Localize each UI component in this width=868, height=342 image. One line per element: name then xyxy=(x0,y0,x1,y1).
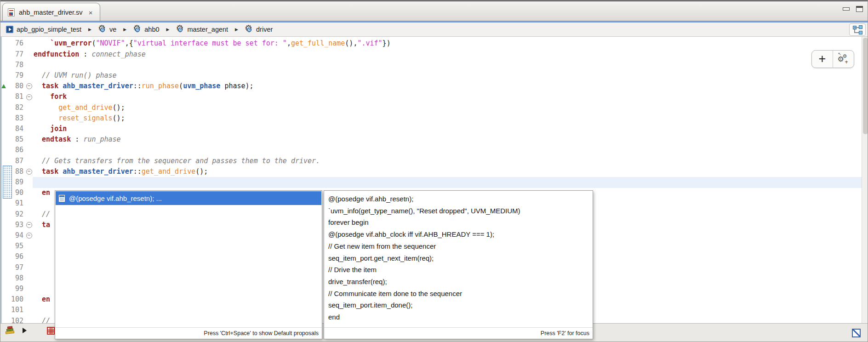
view-controls xyxy=(843,6,863,12)
proposal-preview-code: @(posedge vif.ahb_resetn);`uvm_info(get_… xyxy=(324,191,593,327)
line-number[interactable]: 90 xyxy=(0,188,23,198)
line-number[interactable]: 76 xyxy=(0,38,23,49)
arrow-right-icon[interactable] xyxy=(23,328,27,333)
fold-collapse-icon[interactable]: − xyxy=(26,83,32,89)
line-number[interactable]: 97 xyxy=(0,262,23,273)
scrollbar-thumb[interactable] xyxy=(863,38,868,134)
vertical-scrollbar[interactable] xyxy=(862,37,868,323)
code-line-83[interactable]: 83 reset_signals(); xyxy=(0,113,862,124)
code-line-89[interactable]: 89 xyxy=(0,177,862,188)
plus-icon: + xyxy=(819,53,826,65)
code-line-86[interactable]: 86 xyxy=(0,145,862,156)
code-text[interactable]: task ahb_master_driver::get_and_drive(); xyxy=(33,166,862,177)
line-number[interactable]: 79 xyxy=(0,70,23,81)
fold-collapse-icon[interactable]: − xyxy=(26,169,32,175)
breadcrumb-item-master_agent[interactable]: ⚙Cmaster_agent xyxy=(176,26,228,34)
breadcrumb-separator-icon: ▶ xyxy=(88,27,91,32)
preview-code-line: seq_item_port.item_done(); xyxy=(328,299,589,311)
code-line-84[interactable]: 84 join xyxy=(0,124,862,135)
show-hierarchy-icon[interactable] xyxy=(849,23,866,36)
code-line-76[interactable]: 76 `uvm_error("NOVIF",{"virtual interfac… xyxy=(0,38,862,49)
line-number[interactable]: 87 xyxy=(0,156,23,166)
code-text[interactable]: reset_signals(); xyxy=(33,113,862,124)
test-module-icon xyxy=(6,26,13,33)
tab-close-icon[interactable]: × xyxy=(89,9,93,17)
breadcrumb-item-ahb0[interactable]: ⚙Cahb0 xyxy=(133,26,159,34)
line-number[interactable]: 101 xyxy=(0,305,23,315)
ide-window: ahb_master_driver.sv × apb_gpio_simple_t… xyxy=(0,0,868,342)
line-number[interactable]: 94 xyxy=(0,230,23,241)
line-number[interactable]: 83 xyxy=(0,113,23,124)
restore-editor-icon[interactable] xyxy=(852,329,861,337)
line-number[interactable]: 93 xyxy=(0,220,23,230)
tab-ahb-master-driver[interactable]: ahb_master_driver.sv × xyxy=(2,3,100,22)
code-line-80[interactable]: 80− task ahb_master_driver::run_phase(uv… xyxy=(0,81,862,92)
content-assist-popup[interactable]: @(posedge vif.ahb_resetn); ... Press 'Ct… xyxy=(55,190,322,339)
code-text[interactable]: // Gets transfers from the sequencer and… xyxy=(33,155,862,166)
line-number[interactable]: 96 xyxy=(0,251,23,262)
code-text[interactable] xyxy=(33,59,862,70)
code-line-87[interactable]: 87 // Gets transfers from the sequencer … xyxy=(0,155,862,166)
code-text[interactable]: fork xyxy=(33,91,862,103)
code-text[interactable]: `uvm_error("NOVIF",{"virtual interface m… xyxy=(33,38,862,49)
line-number[interactable]: 100 xyxy=(0,294,23,305)
line-number[interactable]: 91 xyxy=(0,198,23,209)
code-line-85[interactable]: 85 endtask : run_phase xyxy=(0,134,862,145)
preview-code-line: end xyxy=(328,311,589,323)
editor-overlay-toolbar: + ⚙ ⚙ + ↖ xyxy=(811,50,854,68)
line-number[interactable]: 89 xyxy=(0,177,23,188)
code-text[interactable]: endfunction : connect_phase xyxy=(33,49,862,60)
line-number[interactable]: 99 xyxy=(0,284,23,294)
line-number[interactable]: 98 xyxy=(0,273,23,284)
line-number[interactable]: 77 xyxy=(0,49,23,60)
proposal-item-selected[interactable]: @(posedge vif.ahb_resetn); ... xyxy=(56,191,321,205)
class-gear-icon: ⚙C xyxy=(98,26,106,34)
settings-gears-button[interactable]: ⚙ ⚙ + ↖ xyxy=(833,51,854,68)
fold-collapse-icon[interactable]: − xyxy=(26,233,32,239)
line-number[interactable]: 84 xyxy=(0,124,23,134)
code-text[interactable]: // UVM run() phase xyxy=(33,70,862,81)
proposal-preview-popup[interactable]: @(posedge vif.ahb_resetn);`uvm_info(get_… xyxy=(324,190,593,339)
fold-collapse-icon[interactable]: − xyxy=(26,222,32,228)
line-number[interactable]: 81 xyxy=(0,91,23,102)
code-text[interactable]: join xyxy=(33,124,862,135)
line-number[interactable]: 86 xyxy=(0,145,23,155)
fold-collapse-icon[interactable]: − xyxy=(26,94,32,100)
fold-column: − xyxy=(25,222,33,228)
preview-code-line: // Drive the item xyxy=(328,264,589,276)
tab-title: ahb_master_driver.sv xyxy=(19,9,83,16)
line-number[interactable]: 95 xyxy=(0,241,23,251)
maximize-view-icon[interactable] xyxy=(856,6,863,12)
library-books-icon[interactable] xyxy=(5,326,15,335)
line-number[interactable]: 92 xyxy=(0,209,23,220)
breadcrumb-item-label: ahb0 xyxy=(144,26,159,33)
code-line-77[interactable]: 77endfunction : connect_phase xyxy=(0,49,862,60)
preview-code-line: seq_item_port.get_next_item(req); xyxy=(328,252,589,264)
line-number[interactable]: 88 xyxy=(0,166,23,177)
line-number[interactable]: 78 xyxy=(0,60,23,70)
line-number[interactable]: 102 xyxy=(0,316,23,323)
preview-code-line: // Communicate item done to the sequence… xyxy=(328,288,589,300)
class-gear-icon: ⚙C xyxy=(245,26,253,34)
breadcrumb-item-driver[interactable]: ⚙Cdriver xyxy=(245,26,273,34)
code-line-78[interactable]: 78 xyxy=(0,59,862,70)
line-number[interactable]: 80 xyxy=(0,81,23,91)
code-line-88[interactable]: 88− task ahb_master_driver::get_and_driv… xyxy=(0,166,862,177)
code-text[interactable] xyxy=(33,145,862,156)
breadcrumb-item-ve[interactable]: ⚙Cve xyxy=(98,26,116,34)
preview-code-line: `uvm_info(get_type_name(), "Reset droppe… xyxy=(328,205,589,217)
line-number[interactable]: 82 xyxy=(0,103,23,113)
line-number[interactable]: 85 xyxy=(0,134,23,145)
code-text[interactable]: endtask : run_phase xyxy=(33,134,862,145)
code-text[interactable]: task ahb_master_driver::run_phase(uvm_ph… xyxy=(33,81,862,92)
code-text[interactable]: get_and_drive(); xyxy=(33,102,862,113)
add-button[interactable]: + xyxy=(812,51,833,68)
red-grid-icon[interactable] xyxy=(47,327,55,335)
code-line-81[interactable]: 81− fork xyxy=(0,91,862,103)
code-line-82[interactable]: 82 get_and_drive(); xyxy=(0,102,862,113)
preview-code-line: // Get new item from the sequencer xyxy=(328,240,589,252)
minimize-view-icon[interactable] xyxy=(843,7,850,11)
code-line-79[interactable]: 79 // UVM run() phase xyxy=(0,70,862,81)
code-text[interactable] xyxy=(33,177,862,188)
breadcrumb-root[interactable]: apb_gpio_simple_test xyxy=(6,26,81,33)
